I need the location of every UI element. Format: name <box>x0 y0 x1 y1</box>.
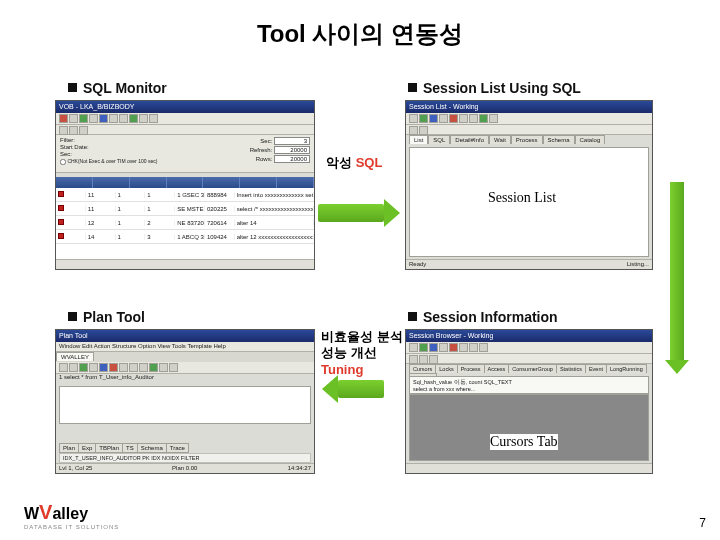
window-toolbar <box>406 113 652 125</box>
status-bar: Ready Listing... <box>406 259 652 269</box>
screenshot-session-info: Session Browser - Working CursorsLocksPr… <box>405 329 653 474</box>
label-bad-sql: 악성 SQL <box>326 155 382 171</box>
page-number: 7 <box>699 516 706 530</box>
session-list-tabs: ListSQLDetail#InfoWaitProcessSchemaCatal… <box>409 135 649 147</box>
heading-plan-tool: Plan Tool <box>68 309 145 325</box>
session-info-tabs: CursorsLocksProcessAccessConsumerGroupSt… <box>409 364 649 376</box>
label-tuning: 비효율성 분석 성능 개선 Tuning <box>321 329 403 378</box>
callout-session-list: Session List <box>488 190 556 206</box>
plan-tool-bottom-tabs: PlanExpTBPlanTSSchemaTrace <box>59 443 188 453</box>
sql-monitor-grid: 11111 GSEC 33888984Insert into xxxxxxxxx… <box>56 177 314 259</box>
sql-monitor-filter-panel: Filter: Start Date: Sec: CHK(Not Exec & … <box>56 135 314 173</box>
table-row: 1212NE 83720720614alter 14 <box>56 216 314 230</box>
table-row: 14131 ABCQ 35109424alter 12 xxxxxxxxxxxx… <box>56 230 314 244</box>
screenshot-sql-monitor: VOB - LKA_B/BIZBODY Filter: Start Date: … <box>55 100 315 270</box>
window-toolbar-2 <box>56 125 314 135</box>
window-titlebar: VOB - LKA_B/BIZBODY <box>56 101 314 113</box>
window-toolbar-2 <box>406 125 652 135</box>
arrow-down-icon <box>670 182 684 360</box>
callout-cursors-tab: Cursors Tab <box>490 434 558 450</box>
window-titlebar: Session Browser - Working <box>406 330 652 342</box>
heading-session-info: Session Information <box>408 309 558 325</box>
screenshot-session-list: Session List - Working ListSQLDetail#Inf… <box>405 100 653 270</box>
status-bar <box>56 259 314 269</box>
window-toolbar-2 <box>406 354 652 364</box>
window-titlebar: Session List - Working <box>406 101 652 113</box>
status-bar: Lvl 1, Col 25 Plan 0.00 14:34:27 <box>56 463 314 473</box>
arrow-left-icon <box>338 380 384 398</box>
slide-title: Tool 사이의 연동성 <box>257 18 463 50</box>
session-info-header: Sql_hash_value 이동, count SQL_TEXT select… <box>409 376 649 394</box>
logo: WValley DATABASE IT SOLUTIONS <box>24 501 119 530</box>
window-toolbar <box>56 362 314 374</box>
screenshot-plan-tool: Plan Tool Window Edit Action Structure O… <box>55 329 315 474</box>
heading-sql-monitor: SQL Monitor <box>68 80 167 96</box>
window-menubar: Window Edit Action Structure Option View… <box>56 342 314 352</box>
heading-session-list: Session List Using SQL <box>408 80 581 96</box>
plan-tool-footer-bar: IDX_T_USER_INFO_AUDITOR PK IDX NOIDX FIL… <box>59 453 311 463</box>
window-toolbar <box>56 113 314 125</box>
session-info-body <box>409 394 649 461</box>
status-bar <box>406 463 652 473</box>
arrow-right-icon <box>318 204 384 222</box>
table-row: 11111 GSEC 33888984Insert into xxxxxxxxx… <box>56 188 314 202</box>
window-titlebar: Plan Tool <box>56 330 314 342</box>
table-row: 1111SE MSTER020225select /* xxxxxxxxxxxx… <box>56 202 314 216</box>
plan-tool-body <box>59 386 311 424</box>
plan-tool-top-tabs: WVALLEY <box>56 352 314 362</box>
plan-tool-sql-text: 1 select * from T_User_info_Auditor <box>59 374 154 380</box>
window-toolbar <box>406 342 652 354</box>
